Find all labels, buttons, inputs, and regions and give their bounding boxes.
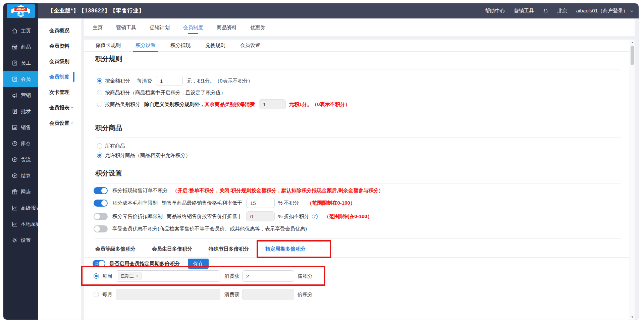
notification-bell-icon[interactable] [543, 8, 549, 14]
discount-limit-input[interactable]: 0 [246, 211, 275, 221]
sidebar-item-online-store[interactable]: 网店 [3, 184, 38, 200]
marketing-tools-link[interactable]: 营销工具 [514, 8, 534, 14]
setting-red-note: （开启:整单不积分，关闭:积分规则按金额积分，默认排除积分抵现金额后,剩余金额参… [172, 187, 383, 194]
member-menu-reports[interactable]: 会员报表 [38, 100, 81, 115]
member-menu-settings[interactable]: 会员设置 [38, 115, 81, 131]
pie-chart-icon [11, 140, 18, 147]
help-center-link[interactable]: 帮助中心 [485, 8, 505, 14]
toggle-discount-limit[interactable] [94, 213, 108, 220]
subtab-stored-card-rules[interactable]: 储值卡规则 [96, 40, 121, 52]
points-goods-option-all: 所有商品 [97, 141, 125, 151]
sidebar-item-settlement[interactable]: 结算 [3, 168, 38, 184]
question-circle-icon[interactable]: ? [312, 214, 318, 219]
member-card-icon [11, 76, 18, 83]
tab-home[interactable]: 主页 [93, 19, 103, 36]
member-sidebar: 会员概况 会员资料 会员级别 会员制度 次卡管理 会员报表 会员设置 [38, 18, 81, 320]
sidebar-item-local-purchase[interactable]: 本地采购 [3, 216, 38, 232]
tab-period-multi-points[interactable]: 指定周期多倍积分 [265, 241, 306, 258]
chevron-down-icon [70, 121, 74, 125]
line-chart-icon [11, 205, 18, 211]
monthly-multi-points-row: 每月 消费获 倍积分 [94, 289, 313, 300]
option-label[interactable]: 按商品类别积分 [105, 101, 140, 108]
radio-all-goods[interactable] [97, 143, 102, 149]
sidebar-item-member[interactable]: 会员 [3, 71, 38, 87]
radio-by-category[interactable] [97, 102, 102, 107]
sidebar-item-settings[interactable]: 设置 [3, 232, 38, 248]
sidebar-item-wholesale[interactable]: 批发 [3, 103, 38, 119]
toggle-member-discount-no-points[interactable] [94, 225, 108, 232]
radio-by-goods[interactable] [97, 90, 102, 95]
margin-limit-input[interactable]: 15 [246, 198, 275, 208]
tab-level-multi-points[interactable]: 会员等级多倍积分 [95, 241, 136, 258]
option-label[interactable]: 所有商品 [105, 143, 125, 149]
option-red-suffix: 元积1分。（0表示不积分） [289, 101, 350, 108]
scrollbar-thumb[interactable] [631, 46, 634, 65]
scroll-up-arrow[interactable]: ▲ [630, 40, 635, 45]
gift-icon [11, 189, 18, 195]
member-menu-overview[interactable]: 会员概况 [38, 23, 81, 38]
member-menu-system[interactable]: 会员制度 [38, 69, 81, 85]
toggle-redeem-no-points[interactable] [94, 187, 108, 194]
radio-allowed-goods[interactable] [97, 153, 102, 158]
weekly-multiplier-input[interactable]: 2 [242, 270, 294, 282]
tab-coupons[interactable]: 优惠券 [250, 19, 265, 36]
member-menu-levels[interactable]: 会员级别 [38, 54, 81, 69]
gear-icon [11, 237, 18, 244]
sidebar-item-staff[interactable]: 员工 [3, 55, 38, 71]
toggle-margin-limit[interactable] [94, 200, 108, 207]
subtab-points-redeem-cash[interactable]: 积分抵现 [170, 40, 191, 52]
amount-per-point-input[interactable]: 1 [156, 76, 183, 86]
city-label[interactable]: 北京 [557, 8, 568, 14]
radio-weekly[interactable] [94, 273, 99, 279]
option-note: 除自定义类别积分规则外， [144, 101, 205, 108]
multi-points-tabs: 会员等级多倍积分 会员生日多倍积分 特殊节日多倍积分 指定周期多倍积分 [84, 241, 630, 258]
category-amount-input[interactable]: 1 [259, 99, 286, 109]
section-title-points-goods: 积分商品 [95, 123, 122, 132]
sidebar-item-goods[interactable]: 商品 [3, 39, 38, 55]
topbar-actions: 帮助中心 营销工具 北京 aibaols01（商户登录） [485, 3, 634, 18]
sidebar-item-logistics[interactable]: 货流 [3, 152, 38, 168]
divider [95, 183, 621, 183]
points-rule-option-amount: 按金额积分 每消费 1 元，积1分。（0表示不积分） [97, 76, 253, 86]
subtab-member-settings[interactable]: 会员设置 [240, 40, 260, 52]
scroll-down-arrow[interactable]: ▼ [630, 314, 635, 320]
vertical-scrollbar[interactable]: ▲ ▼ [630, 40, 635, 320]
radio-monthly[interactable] [94, 292, 99, 297]
enable-toggle[interactable]: 是 [93, 260, 105, 267]
user-name: aibaols01（商户登录） [576, 8, 628, 14]
weekly-label[interactable]: 每周 [102, 273, 112, 279]
save-button[interactable]: 保存 [188, 259, 209, 269]
weekday-select-input[interactable]: 星期三 × [116, 270, 220, 282]
tag-close-icon[interactable]: × [136, 274, 139, 278]
home-icon [11, 28, 18, 34]
setting-red-note: （范围限制在0-100） [307, 200, 355, 206]
tab-member-system[interactable]: 会员制度 [183, 19, 203, 36]
member-menu-punch-cards[interactable]: 次卡管理 [38, 85, 81, 100]
subtab-exchange-rules[interactable]: 兑换规则 [205, 40, 225, 52]
monthly-label[interactable]: 每月 [102, 291, 112, 298]
member-menu-profiles[interactable]: 会员资料 [38, 38, 81, 54]
setting-row-discount-limit: 积分零售价折扣率限制 商品最终销售价按零售价打折低于 0 % 折扣不积分 ? （… [94, 211, 372, 221]
option-label[interactable]: 按商品积分（商品档案中开启积分，且设定了积分值） [105, 90, 226, 96]
monthday-select-input[interactable] [116, 289, 220, 300]
sidebar-item-marketing[interactable]: 营销 [3, 87, 38, 103]
option-suffix: 元，积1分。（0表示不积分） [187, 78, 253, 84]
sidebar-item-advanced-reports[interactable]: 高级报表 [3, 200, 38, 216]
radio-by-amount[interactable] [97, 78, 102, 84]
points-rule-option-goods: 按商品积分（商品档案中开启积分，且设定了积分值） [97, 88, 226, 98]
subtab-points-settings[interactable]: 积分设置 [136, 40, 156, 52]
tab-promotion-plan[interactable]: 促销计划 [150, 19, 170, 36]
option-label[interactable]: 允许积分商品（商品档案中允许积分） [105, 152, 191, 159]
user-menu[interactable]: aibaols01（商户登录） [576, 8, 634, 14]
sidebar-item-sales[interactable]: 销售 [3, 119, 38, 136]
option-label[interactable]: 按金额积分 [105, 78, 130, 84]
tab-marketing-tools[interactable]: 营销工具 [116, 19, 136, 36]
tab-holiday-multi-points[interactable]: 特殊节日多倍积分 [209, 241, 249, 258]
sidebar-item-inventory[interactable]: 库存 [3, 136, 38, 152]
points-goods-option-allowed: 允许积分商品（商品档案中允许积分） [97, 151, 191, 160]
tab-birthday-multi-points[interactable]: 会员生日多倍积分 [152, 241, 192, 258]
sidebar-item-home[interactable]: 主页 [3, 23, 38, 39]
weekly-suffix-label: 倍积分 [298, 273, 313, 279]
tab-goods-profile[interactable]: 商品资料 [217, 19, 237, 36]
monthly-multiplier-input[interactable] [242, 289, 294, 300]
